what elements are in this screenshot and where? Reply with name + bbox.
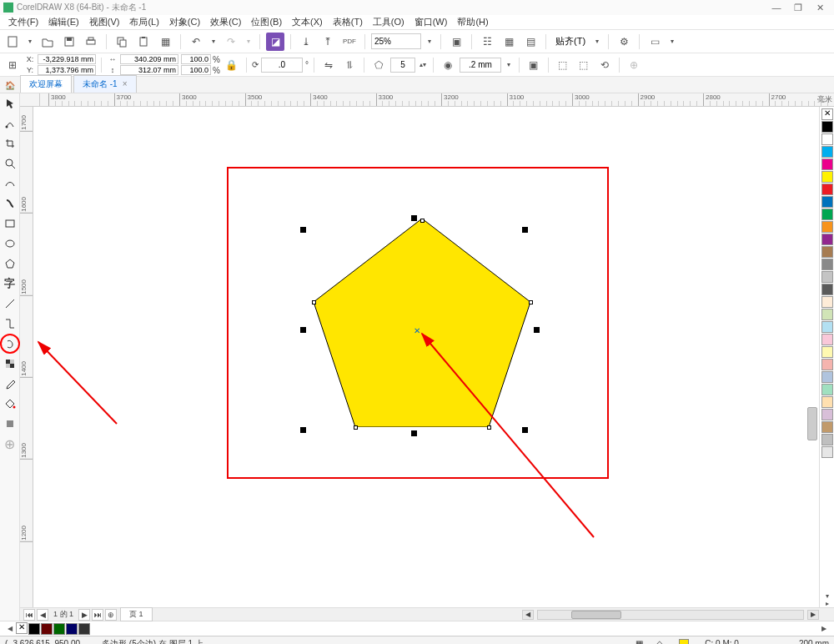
ruler-vertical[interactable]: 1700160015001400130012001100: [20, 107, 33, 607]
sel-handle-s[interactable]: [411, 430, 417, 436]
tab-document[interactable]: 未命名 -1×: [73, 75, 137, 93]
doc-palette-prev[interactable]: ◀: [5, 625, 15, 632]
redo-dropdown[interactable]: ▾: [244, 38, 254, 45]
palette-swatch[interactable]: [821, 384, 833, 395]
palette-swatch[interactable]: [821, 321, 833, 333]
text-tool[interactable]: 字: [2, 275, 18, 292]
menu-view[interactable]: 视图(V): [84, 16, 125, 28]
grid3-button[interactable]: ☷: [478, 33, 496, 51]
zoom-input[interactable]: [371, 33, 421, 49]
palette-scroll-down[interactable]: ▾: [822, 592, 832, 600]
palette-expand[interactable]: ▸: [822, 600, 832, 607]
doc-palette-swatch[interactable]: [53, 623, 65, 635]
tab-close-icon[interactable]: ×: [123, 79, 128, 88]
shape-tool[interactable]: [2, 115, 18, 132]
tab-welcome[interactable]: 欢迎屏幕: [20, 75, 72, 93]
export-button[interactable]: ⤒: [319, 33, 337, 51]
ellipse-tool[interactable]: [2, 235, 18, 252]
drop-shadow-tool[interactable]: [2, 335, 18, 352]
palette-swatch[interactable]: [821, 284, 833, 295]
palette-swatch[interactable]: [821, 146, 833, 158]
palette-swatch[interactable]: [821, 121, 833, 133]
page-first[interactable]: ⏮: [23, 609, 35, 621]
h-input[interactable]: [120, 65, 178, 75]
transparency-tool[interactable]: [2, 355, 18, 372]
menu-bitmap[interactable]: 位图(B): [246, 16, 287, 28]
sel-handle-n[interactable]: [411, 215, 417, 221]
minimize-button[interactable]: —: [766, 3, 787, 13]
ruler-corner[interactable]: [20, 93, 40, 107]
current-fill-swatch[interactable]: [679, 639, 689, 645]
parallel-dim-tool[interactable]: [2, 295, 18, 312]
snap-label[interactable]: 贴齐(T): [552, 35, 589, 48]
sel-handle-nw[interactable]: [300, 227, 306, 233]
page-add[interactable]: ⊕: [105, 609, 117, 621]
fill-tool[interactable]: [2, 395, 18, 412]
palette-swatch[interactable]: [821, 259, 833, 270]
doc-palette-swatch[interactable]: [41, 623, 53, 635]
scaley-input[interactable]: [181, 65, 211, 75]
palette-swatch[interactable]: [821, 371, 833, 383]
wrap-button[interactable]: ▣: [525, 56, 543, 74]
polygon-tool[interactable]: [2, 255, 18, 272]
connector-tool[interactable]: [2, 315, 18, 332]
sides-input[interactable]: [390, 58, 415, 73]
rotation-input[interactable]: [261, 58, 303, 73]
maximize-button[interactable]: ❐: [787, 3, 809, 13]
palette-swatch[interactable]: [821, 309, 833, 320]
sides-spinner[interactable]: ▴▾: [418, 61, 428, 68]
hscroll-thumb[interactable]: [571, 611, 621, 619]
pdf-button[interactable]: PDF: [340, 33, 359, 51]
node-bl[interactable]: [354, 425, 358, 430]
menu-object[interactable]: 对象(C): [164, 16, 205, 28]
palette-swatch[interactable]: [821, 396, 833, 408]
back-button[interactable]: ⬚: [575, 56, 593, 74]
pick-tool[interactable]: [2, 95, 18, 112]
new-button[interactable]: [3, 33, 22, 51]
search-content-button[interactable]: ◪: [266, 33, 284, 51]
snap-dropdown[interactable]: ▾: [592, 38, 602, 45]
palette-swatch[interactable]: [821, 434, 833, 445]
launch-dropdown[interactable]: ▾: [667, 38, 677, 45]
palette-swatch[interactable]: [821, 246, 833, 258]
palette-swatch[interactable]: [821, 234, 833, 245]
palette-swatch[interactable]: [821, 196, 833, 208]
palette-swatch[interactable]: [821, 171, 833, 183]
menu-edit[interactable]: 编辑(E): [43, 16, 84, 28]
freehand-tool[interactable]: [2, 175, 18, 192]
y-input[interactable]: [38, 65, 96, 75]
convert-button[interactable]: ⟲: [595, 56, 614, 74]
node-top[interactable]: [420, 219, 425, 223]
paste-button[interactable]: [134, 33, 153, 51]
open-button[interactable]: [38, 33, 57, 51]
palette-swatch[interactable]: [821, 334, 833, 345]
page-last[interactable]: ⏭: [92, 609, 103, 621]
sel-handle-sw[interactable]: [300, 427, 306, 433]
sel-handle-ne[interactable]: [522, 227, 528, 233]
sel-handle-e[interactable]: [534, 327, 540, 333]
artistic-media-tool[interactable]: [2, 195, 18, 212]
menu-file[interactable]: 文件(F): [3, 16, 43, 28]
crop-tool[interactable]: [2, 135, 18, 152]
redo-button[interactable]: ↷: [222, 33, 240, 51]
print-button[interactable]: [82, 33, 100, 51]
pentagon-shape[interactable]: [314, 219, 530, 427]
palette-swatch[interactable]: [821, 271, 833, 283]
page-prev[interactable]: ◀: [37, 609, 48, 621]
palette-swatch[interactable]: [821, 409, 833, 420]
close-button[interactable]: ✕: [809, 3, 831, 13]
outline-input[interactable]: [460, 58, 501, 73]
vscroll-thumb[interactable]: [807, 407, 817, 440]
node-br[interactable]: [487, 425, 491, 430]
clipboard-button[interactable]: ▦: [156, 33, 174, 51]
undo-dropdown[interactable]: ▾: [208, 38, 219, 45]
front-button[interactable]: ⬚: [554, 56, 572, 74]
page-next[interactable]: ▶: [78, 609, 90, 621]
mirror-h-button[interactable]: ⇋: [319, 56, 338, 74]
menu-help[interactable]: 帮助(H): [452, 16, 493, 28]
expand-toolbox[interactable]: ⊕: [2, 435, 18, 452]
new-dropdown[interactable]: ▾: [25, 38, 35, 45]
page-tab-1[interactable]: 页 1: [120, 607, 153, 621]
outline-dropdown[interactable]: ▾: [504, 61, 514, 68]
fullscreen-button[interactable]: ▣: [447, 33, 465, 51]
